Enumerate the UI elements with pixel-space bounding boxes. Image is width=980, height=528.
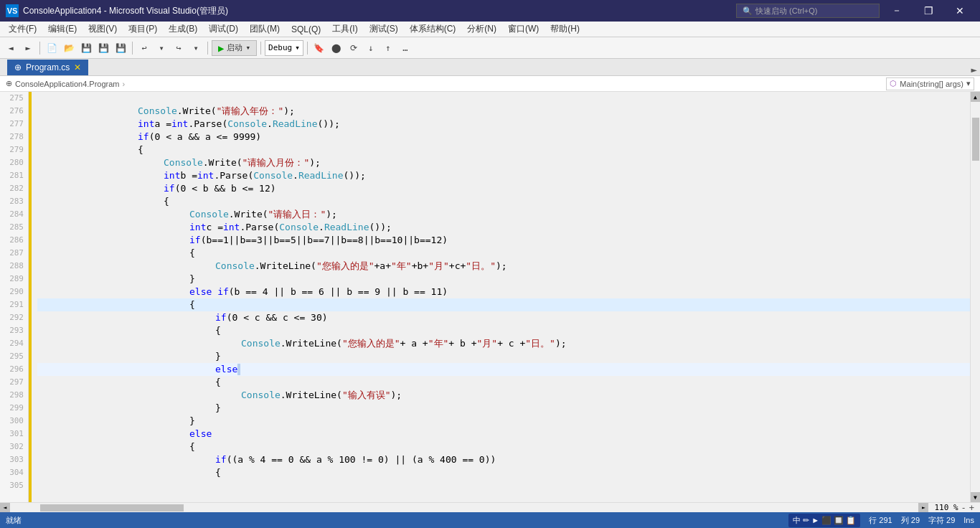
line-num: 289 (0, 273, 24, 286)
line-num: 300 (0, 415, 24, 428)
line-num: 286 (0, 234, 24, 247)
close-button[interactable]: ✕ (946, 0, 974, 22)
menu-analyze[interactable]: 分析(N) (461, 22, 502, 37)
redo-btn[interactable]: ↪ (171, 40, 187, 56)
method-dropdown[interactable]: ⬡ Main(string[] args) ▾ (886, 77, 974, 90)
save-sel-btn[interactable]: 💾 (113, 40, 128, 56)
scroll-left-btn[interactable]: ◄ (0, 503, 10, 513)
zoom-decrease-btn[interactable]: - (961, 503, 966, 513)
code-editor[interactable]: Console.Write("请输入年份："); int a = int.Par… (32, 92, 970, 502)
breadcrumb-bar: ⊕ ConsoleApplication4.Program › ⬡ Main(s… (0, 76, 980, 92)
menu-window[interactable]: 窗口(W) (502, 22, 545, 37)
line-num: 294 (0, 337, 24, 350)
menu-architecture[interactable]: 体系结构(C) (404, 22, 462, 37)
breakpoint-btn[interactable]: ⬤ (329, 40, 344, 56)
scroll-thumb[interactable] (972, 118, 979, 161)
zoom-level: 110 % (934, 503, 958, 512)
undo-btn[interactable]: ↩ (136, 40, 152, 56)
code-line-291: { (37, 298, 970, 311)
back-btn[interactable]: ◄ (3, 40, 19, 56)
code-line-279: { (37, 143, 970, 156)
menu-project[interactable]: 项目(P) (123, 22, 163, 37)
code-line-293: { (37, 324, 970, 337)
code-line-276: Console.Write("请输入年份："); (37, 105, 970, 118)
scroll-up-btn[interactable]: ▲ (971, 92, 981, 102)
line-num: 304 (0, 466, 24, 479)
line-num: 297 (0, 376, 24, 389)
minimize-button[interactable]: － (882, 0, 911, 22)
status-bar-right: 中 ✏ ► ⬛ 🔲 📋 行 291 列 29 字符 29 Ins (788, 514, 974, 527)
toolbar-sep-5 (307, 42, 308, 55)
menu-sql[interactable]: SQL(Q) (286, 23, 326, 36)
breadcrumb-right: ⬡ Main(string[] args) ▾ (886, 77, 974, 90)
toolbar-sep-3 (207, 42, 208, 55)
zoom-increase-btn[interactable]: + (969, 503, 974, 513)
scroll-down-btn[interactable]: ▼ (971, 492, 981, 502)
scroll-track[interactable] (971, 102, 980, 492)
menu-tools[interactable]: 工具(I) (326, 22, 363, 37)
main-area: 275 276 277 278 279 280 281 282 283 284 … (0, 92, 980, 502)
line-num: 302 (0, 440, 24, 453)
tab-bar: ⊕ Program.cs ✕ ► (0, 59, 980, 76)
tab-program-cs[interactable]: ⊕ Program.cs ✕ (7, 60, 88, 75)
quick-launch-search[interactable]: 🔍 快速启动 (Ctrl+Q) (736, 4, 880, 18)
open-btn[interactable]: 📂 (61, 40, 77, 56)
menu-file[interactable]: 文件(F) (3, 22, 42, 37)
redo-drop-btn[interactable]: ▾ (188, 40, 204, 56)
vertical-scrollbar[interactable]: ▲ ▼ (970, 92, 980, 502)
line-num: 298 (0, 389, 24, 402)
forward-btn[interactable]: ► (20, 40, 36, 56)
insert-mode: Ins (963, 516, 974, 524)
status-bar: 就绪 中 ✏ ► ⬛ 🔲 📋 行 291 列 29 字符 29 Ins (0, 512, 980, 528)
tab-scroll-right[interactable]: ► (969, 64, 980, 75)
code-line-282: if (0 < b && b <= 12) (37, 182, 970, 195)
line-num: 292 (0, 311, 24, 324)
horizontal-scrollbar[interactable]: ◄ ► 110 % - + (0, 502, 980, 512)
menu-test[interactable]: 测试(S) (364, 22, 404, 37)
menu-team[interactable]: 团队(M) (244, 22, 286, 37)
breadcrumb-namespace[interactable]: ConsoleApplication4.Program (15, 80, 120, 88)
scroll-right-btn[interactable]: ► (918, 503, 928, 513)
char-status: 字符 29 (928, 515, 955, 526)
code-line-303: if ((a % 4 == 0 && a % 100 != 0) || (a %… (37, 453, 970, 466)
menu-edit[interactable]: 编辑(E) (42, 22, 83, 37)
code-line-275 (37, 92, 970, 105)
line-num: 303 (0, 453, 24, 466)
step-over-btn[interactable]: ⟳ (346, 40, 362, 56)
more-btn[interactable]: … (397, 40, 413, 56)
code-line-281: int b = int.Parse(Console.ReadLine()); (37, 169, 970, 182)
code-line-278: if (0 < a && a <= 9999) (37, 131, 970, 143)
line-num: 283 (0, 195, 24, 208)
status-bar-left: 就绪 (6, 515, 22, 526)
step-out-btn[interactable]: ↑ (380, 40, 396, 56)
h-scroll-track[interactable] (10, 503, 918, 512)
code-line-301: else (37, 428, 970, 440)
save-all-btn[interactable]: 💾 (95, 40, 111, 56)
start-debug-button[interactable]: ▶ 启动 ▾ (212, 40, 257, 56)
h-scroll-thumb[interactable] (40, 504, 184, 512)
menu-build[interactable]: 生成(B) (163, 22, 203, 37)
code-line-285: int c = int.Parse(Console.ReadLine()); (37, 221, 970, 234)
menu-help[interactable]: 帮助(H) (545, 22, 585, 37)
code-line-287: { (37, 247, 970, 260)
save-btn[interactable]: 💾 (78, 40, 94, 56)
line-num: 296 (0, 363, 24, 376)
search-icon: 🔍 (743, 6, 753, 16)
undo-drop-btn[interactable]: ▾ (154, 40, 169, 56)
start-label: 启动 (227, 42, 242, 53)
debug-mode-chevron: ▾ (295, 43, 300, 52)
breadcrumb-sep: › (123, 80, 126, 88)
col-status: 列 29 (901, 515, 920, 526)
debug-mode-dropdown[interactable]: Debug ▾ (265, 40, 303, 56)
restore-button[interactable]: ❐ (914, 0, 943, 22)
code-line-292: if (0 < c && c <= 30) (37, 311, 970, 324)
bookmark-btn[interactable]: 🔖 (311, 40, 327, 56)
menu-debug[interactable]: 调试(D) (203, 22, 244, 37)
line-num: 280 (0, 156, 24, 169)
code-line-304: { (37, 466, 970, 479)
step-into-btn[interactable]: ↓ (363, 40, 379, 56)
method-chevron: ▾ (966, 79, 971, 88)
new-btn[interactable]: 📄 (44, 40, 60, 56)
tab-label: Program.cs (26, 62, 70, 72)
menu-view[interactable]: 视图(V) (83, 22, 123, 37)
